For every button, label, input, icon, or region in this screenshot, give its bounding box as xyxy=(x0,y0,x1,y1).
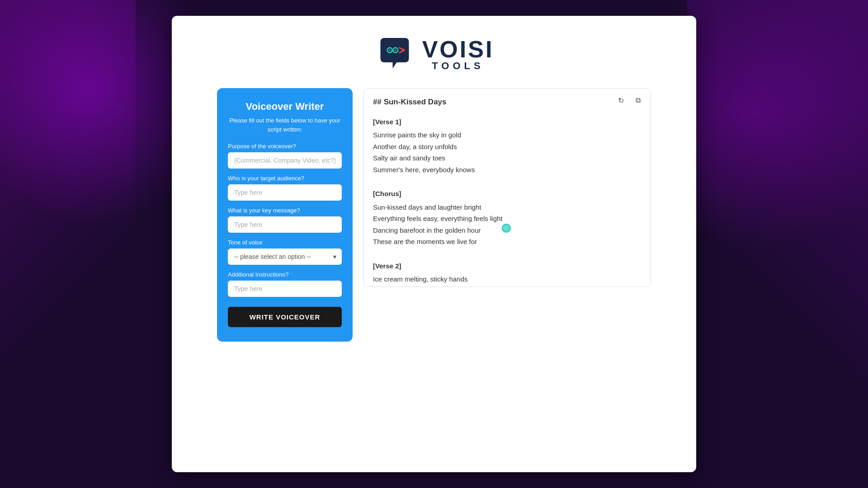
output-line: Summer's here, everybody knows xyxy=(373,164,642,176)
tone-select[interactable]: -- please select an option -- Profession… xyxy=(228,249,342,265)
logo-voisi: VOISI xyxy=(422,38,494,61)
additional-input[interactable] xyxy=(228,281,342,297)
output-line: Sun-kissed days and laughter bright xyxy=(373,202,642,213)
audience-group: Who is your target audience? xyxy=(228,175,342,201)
additional-group: Additional Instructions? xyxy=(228,271,342,297)
additional-label: Additional Instructions? xyxy=(228,271,342,278)
copy-button[interactable]: ⧉ xyxy=(632,94,644,107)
purpose-label: Purpose of the voiceover? xyxy=(228,143,342,150)
output-actions: ↻ ⧉ xyxy=(614,94,644,107)
tone-select-wrapper: -- please select an option -- Profession… xyxy=(228,249,342,265)
output-line: Dancing barefoot in the golden hour xyxy=(373,225,642,236)
section-label: [Chorus] xyxy=(373,188,642,200)
tone-label: Tone of voice xyxy=(228,239,342,246)
svg-point-3 xyxy=(395,49,396,51)
logo-tools: TOOLS xyxy=(422,61,494,71)
form-subtitle: Please fill out the fields below to have… xyxy=(228,116,342,134)
output-title: ## Sun-Kissed Days xyxy=(373,96,642,109)
output-line: Salty air and sandy toes xyxy=(373,152,642,164)
section-label: [Verse 2] xyxy=(373,260,642,272)
output-line: Sunrise paints the sky in gold xyxy=(373,129,642,141)
output-content: ## Sun-Kissed Days [Verse 1]Sunrise pain… xyxy=(373,96,642,287)
copy-icon: ⧉ xyxy=(636,96,641,104)
output-body: [Verse 1]Sunrise paints the sky in goldA… xyxy=(373,116,642,287)
purpose-group: Purpose of the voiceover? xyxy=(228,143,342,169)
form-title: Voiceover Writer xyxy=(228,101,342,113)
section-label: [Verse 1] xyxy=(373,116,642,128)
refresh-icon: ↻ xyxy=(618,96,624,105)
output-panel: ↻ ⧉ ## Sun-Kissed Days [Verse 1]Sunrise … xyxy=(363,88,651,287)
form-panel: Voiceover Writer Please fill out the fie… xyxy=(217,88,353,342)
output-line: Building castles in the shifting sands xyxy=(373,285,642,287)
keymessage-label: What is your key message? xyxy=(228,207,342,214)
header: VOISI TOOLS xyxy=(172,16,696,88)
content-area: Voiceover Writer Please fill out the fie… xyxy=(172,88,696,472)
write-voiceover-button[interactable]: WRITE VOICEOVER xyxy=(228,307,342,327)
main-window: VOISI TOOLS Voiceover Writer Please fill… xyxy=(172,16,696,472)
audience-label: Who is your target audience? xyxy=(228,175,342,182)
keymessage-input[interactable] xyxy=(228,216,342,233)
logo-icon xyxy=(374,34,415,75)
logo-container: VOISI TOOLS xyxy=(374,34,494,75)
output-line: Another day, a story unfolds xyxy=(373,141,642,153)
tone-group: Tone of voice -- please select an option… xyxy=(228,239,342,265)
purpose-input[interactable] xyxy=(228,152,342,169)
output-line: Ice cream melting, sticky hands xyxy=(373,273,642,285)
svg-point-1 xyxy=(389,49,391,51)
audience-input[interactable] xyxy=(228,184,342,201)
output-line: Everything feels easy, everything feels … xyxy=(373,213,642,225)
logo-text: VOISI TOOLS xyxy=(422,38,494,71)
keymessage-group: What is your key message? xyxy=(228,207,342,233)
refresh-button[interactable]: ↻ xyxy=(614,94,627,107)
output-line: These are the moments we live for xyxy=(373,236,642,248)
